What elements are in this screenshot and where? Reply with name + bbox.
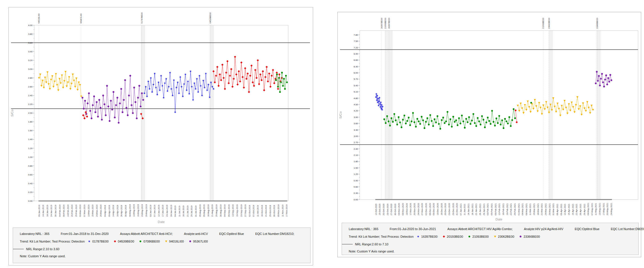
svg-text:17-Nov-2020: 17-Nov-2020 [409,203,412,215]
svg-text:11-May-2021: 11-May-2021 [595,203,597,215]
svg-text:13-May-2021: 13-May-2021 [598,203,601,215]
svg-text:4.50: 4.50 [354,103,358,106]
legend-lot-label: 23062BE00 [498,235,514,238]
footer-nrl-row: NRL Range:2.10 to 3.60 [13,243,310,251]
svg-text:1.20: 1.20 [28,147,33,150]
diamond-icon [113,240,117,243]
series-04539BE00 [212,56,283,93]
svg-text:04-Apr-2019: 04-Apr-2019 [104,205,106,217]
svg-text:04-May-2021: 04-May-2021 [587,203,589,215]
x-axis-labels: 12-Oct-202015-Oct-202020-Oct-202023-Oct-… [375,203,613,215]
svg-text:01787BE00: 01787BE00 [141,12,143,23]
svg-text:0.80: 0.80 [28,165,33,167]
svg-text:6.30: 6.30 [354,65,358,68]
svg-text:27-Sep-2019: 27-Sep-2019 [244,205,247,217]
svg-text:15-Oct-2020: 15-Oct-2020 [378,203,381,215]
series-16397BE00 [375,93,384,111]
legend-lot-label: 04539BE00 [118,240,134,243]
svg-text:3.60: 3.60 [354,122,358,125]
svg-text:20-Feb-2019: 20-Feb-2019 [71,205,73,217]
y-axis: 4.003.803.603.403.203.002.802.602.402.20… [28,24,34,202]
svg-text:09-Apr-2019: 09-Apr-2019 [108,205,111,217]
svg-text:23062BE00: 23062BE00 [548,18,550,29]
svg-text:25-Jul-2019: 25-Jul-2019 [190,205,193,217]
svg-text:09-Feb-2021: 09-Feb-2021 [494,203,497,215]
assays-label: Assays:Abbott ARCHITECT HIV Ag/Ab Combo; [447,227,513,231]
svg-text:25-Feb-2021: 25-Feb-2021 [514,203,516,215]
svg-text:05-Aug-2019: 05-Aug-2019 [199,205,201,217]
eqc-lot-label: EQC Lot Number:DM18210; [255,232,294,235]
svg-text:3.00: 3.00 [28,68,33,70]
svg-text:1.80: 1.80 [354,160,358,163]
svg-text:24-May-2021: 24-May-2021 [610,203,613,215]
analyte-label: Analyte:anti-HCV [184,232,208,235]
svg-text:19-May-2019: 19-May-2019 [137,204,139,217]
svg-text:21-Mar-2021: 21-Mar-2021 [540,203,543,215]
svg-text:09-Sep-2019: 09-Sep-2019 [228,205,230,217]
svg-text:21093BE00: 21093BE00 [542,18,544,29]
svg-text:07-Oct-2019: 07-Oct-2019 [252,205,255,217]
svg-text:30-Jan-2019: 30-Jan-2019 [54,205,57,217]
svg-text:23-May-2019: 23-May-2019 [141,204,143,217]
legend-item-23366BE00: 23366BE00 [519,235,540,238]
legend-item-01787BE00: 01787BE00 [87,240,109,243]
svg-text:16-Oct-2019: 16-Oct-2019 [261,205,263,217]
diamond-icon [442,235,446,238]
svg-text:29-Jan-2021: 29-Jan-2021 [483,203,485,215]
svg-text:4.00: 4.00 [28,24,33,27]
series-21093BE00 [383,108,516,130]
svg-text:30-Oct-2020: 30-Oct-2020 [394,203,397,215]
svg-text:17-May-2021: 17-May-2021 [602,203,605,215]
tri_down-icon [164,240,168,243]
svg-text:14-Apr-2019: 14-Apr-2019 [112,205,115,217]
svg-text:04-Feb-2019: 04-Feb-2019 [59,205,61,217]
svg-text:08-Mar-2021: 08-Mar-2021 [525,203,528,215]
chart-footer: Laboratory:NRL : 365 From:01-Jul-2020 to… [342,223,639,255]
series-07086BE00 [275,72,288,93]
svg-text:12-Jun-2019: 12-Jun-2019 [158,205,160,217]
svg-text:6.60: 6.60 [354,59,358,61]
svg-text:05-Feb-2021: 05-Feb-2021 [490,203,493,215]
svg-text:16397BE00: 16397BE00 [388,18,390,29]
svg-text:31-Mar-2021: 31-Mar-2021 [552,203,555,215]
svg-text:24-Mar-2019: 24-Mar-2019 [96,205,98,217]
svg-text:19-Mar-2019: 19-Mar-2019 [91,205,94,217]
x-axis-labels: 09-Jan-201914-Jan-201918-Jan-201924-Jan-… [38,204,288,217]
svg-text:29-Mar-2019: 29-Mar-2019 [100,205,102,217]
svg-text:28-Jun-2019: 28-Jun-2019 [170,205,173,217]
svg-text:11-Jul-2019: 11-Jul-2019 [178,206,181,217]
svg-text:14-Feb-2019: 14-Feb-2019 [67,205,69,217]
y-axis-title: S/Co [10,110,14,117]
svg-text:26-Jan-2021: 26-Jan-2021 [479,203,481,215]
svg-text:16-Dec-2020: 16-Dec-2020 [440,203,443,215]
svg-text:04-Sep-2019: 04-Sep-2019 [223,205,226,217]
footer-note: Note: Custom Y Axis range used. [13,251,310,258]
legend-item-20193BE00: 20193BE00 [442,235,463,238]
kit-lot-legend: 01787BE0004539BE0007086BE0094016LI009536… [87,240,212,243]
nrl-range-label: NRL Range:2.60 to 7.10 [355,243,388,246]
svg-text:04-Mar-2021: 04-Mar-2021 [521,203,524,215]
svg-text:02-Dec-2020: 02-Dec-2020 [425,203,427,215]
svg-text:1.20: 1.20 [354,173,358,175]
svg-text:13-Sep-2019: 13-Sep-2019 [232,205,234,217]
legend-lot-label: 94016LI00 [169,240,184,243]
svg-text:3.60: 3.60 [28,42,33,44]
legend-item-16397BE00: 16397BE00 [416,235,438,238]
legend-lot-label: 23366BE00 [524,235,540,238]
svg-text:07-May-2021: 07-May-2021 [591,203,593,215]
laboratory-label: Laboratory:NRL : 365 [349,227,378,231]
svg-text:3.40: 3.40 [28,50,33,53]
svg-text:7.50: 7.50 [354,40,358,42]
svg-text:12-Apr-2021: 12-Apr-2021 [564,203,566,215]
circle-icon [139,240,142,243]
footer-nrl-row: NRL Range:2.60 to 7.10 [342,238,638,246]
date-range-label: From:01-Jul-2020 to 30-Jun-2021 [390,227,436,231]
legend-lot-label: 21093BE00 [472,235,489,238]
svg-text:16-Feb-2021: 16-Feb-2021 [502,203,505,215]
svg-text:20-Dec-2020: 20-Dec-2020 [444,203,447,215]
qc-trend-report-page: { "page": {"background": "#ffffff"}, "co… [0,0,644,268]
svg-text:2.40: 2.40 [28,94,33,97]
svg-text:29-Mar-2021: 29-Mar-2021 [548,203,551,215]
svg-text:0.90: 0.90 [354,179,358,182]
svg-text:04539BE00: 04539BE00 [209,12,212,23]
